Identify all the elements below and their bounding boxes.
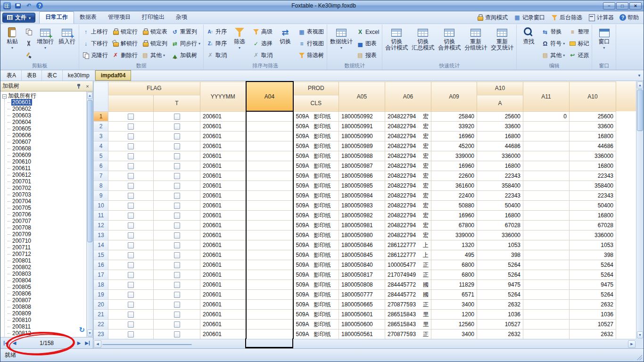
cell-flag[interactable] (154, 220, 200, 230)
cell-flag[interactable] (108, 230, 154, 240)
cell-flag[interactable] (154, 151, 200, 161)
cell-a10-a[interactable]: 1036 (477, 309, 523, 319)
cell-a09[interactable]: 3400 (431, 299, 477, 309)
flag-checkbox[interactable] (128, 252, 134, 258)
flag-checkbox[interactable] (174, 292, 180, 298)
close-button[interactable] (629, 2, 642, 9)
cell-a04-selected[interactable] (246, 270, 293, 280)
cell-prod-cls[interactable]: 509A影印纸 (293, 200, 339, 210)
cell-a05[interactable]: 1800050986 (339, 171, 385, 181)
cell-a05[interactable]: 1800050665 (339, 299, 385, 309)
row-number-cell[interactable]: 17 (94, 270, 108, 280)
flag-checkbox[interactable] (128, 302, 134, 308)
cell-yyyymm[interactable]: 200601 (200, 240, 246, 250)
cell-a09[interactable]: 25840 (431, 111, 477, 121)
cell-a10[interactable]: 16800 (570, 161, 616, 171)
cell-a11[interactable] (523, 210, 570, 220)
tree-item-200706[interactable]: 200706 (8, 211, 85, 218)
tree-item-200806[interactable]: 200806 (8, 290, 85, 297)
cell-a11[interactable] (523, 329, 570, 339)
cell-a09[interactable]: 33920 (431, 121, 477, 131)
sheet-tab-0[interactable]: 表A (1, 70, 22, 81)
cell-yyyymm[interactable]: 200601 (200, 121, 246, 131)
cell-a04-selected[interactable] (246, 319, 293, 329)
cell-a10[interactable]: 5264 (570, 260, 616, 270)
ribbon-button-g4-2-0-grid-stat[interactable]: 切换合并模式 (437, 25, 462, 62)
tree-item-200701[interactable]: 200701 (8, 178, 85, 185)
cell-a10-a[interactable]: 398 (477, 250, 523, 260)
cell-yyyymm[interactable]: 200601 (200, 260, 246, 270)
cell-a05[interactable]: 1800050601 (339, 309, 385, 319)
cell-a04-selected[interactable] (246, 151, 293, 161)
cell-a05[interactable]: 1800050845 (339, 250, 385, 260)
horizontal-scroll-thumb[interactable] (102, 344, 192, 345)
tree-item-200711[interactable]: 200711 (8, 244, 85, 251)
cell-a10[interactable]: 358400 (570, 181, 616, 190)
cell-a06[interactable]: 286122777上 (385, 240, 431, 250)
cell-prod-cls[interactable]: 509A影印纸 (293, 121, 339, 131)
pager-last-button[interactable]: ▶| (84, 340, 91, 346)
cell-yyyymm[interactable]: 200601 (200, 289, 246, 299)
cell-a11[interactable] (523, 309, 570, 319)
ribbon-button-g5-1-1-omega[interactable]: Ω符号▾ (540, 39, 566, 49)
cell-prod-cls[interactable]: 509A影印纸 (293, 319, 339, 329)
ribbon-button-g0-2-0-grid-add[interactable]: 增加行▾ (35, 25, 56, 62)
cell-flag[interactable] (108, 200, 154, 210)
cell-a09[interactable]: 6800 (431, 260, 477, 270)
cell-a04-selected[interactable] (246, 289, 293, 299)
tree-scroll-up-button[interactable] (87, 92, 92, 99)
cell-a10-a[interactable]: 16800 (477, 131, 523, 141)
cell-a09[interactable]: 6571 (431, 289, 477, 299)
cell-flag[interactable] (154, 141, 200, 151)
cell-a04-selected[interactable] (246, 131, 293, 141)
tree-item-200809[interactable]: 200809 (8, 310, 85, 317)
row-number-cell[interactable]: 4 (94, 141, 108, 151)
row-number-cell[interactable]: 14 (94, 240, 108, 250)
cell-prod-cls[interactable]: 509A影印纸 (293, 299, 339, 309)
cell-yyyymm[interactable]: 200601 (200, 171, 246, 181)
row-number-cell[interactable]: 23 (94, 329, 108, 339)
cell-a11[interactable] (523, 299, 570, 309)
close-panel-button[interactable]: × (84, 83, 91, 90)
cell-a06[interactable]: 286515843里 (385, 309, 431, 319)
cell-a10[interactable]: 44686 (570, 141, 616, 151)
vertical-scrollbar[interactable] (636, 81, 644, 339)
cell-yyyymm[interactable]: 200601 (200, 210, 246, 220)
cell-yyyymm[interactable]: 200601 (200, 280, 246, 289)
row-number-cell[interactable]: 8 (94, 181, 108, 190)
ribbon-tab-1[interactable]: 数据表 (74, 11, 102, 24)
cell-a09[interactable]: 16960 (431, 161, 477, 171)
cell-a05[interactable]: 1800050840 (339, 260, 385, 270)
pager-next-button[interactable]: ▶ (75, 340, 83, 346)
tree-item-200712[interactable]: 200712 (8, 251, 85, 257)
cell-flag[interactable] (154, 111, 200, 121)
flag-checkbox[interactable] (174, 213, 180, 219)
cell-a06[interactable]: 217074949正 (385, 270, 431, 280)
flag-checkbox[interactable] (174, 321, 180, 328)
ribbon-button-g4-3-0-grid-stat[interactable]: 重新分组统计 (463, 25, 488, 62)
cell-a06[interactable]: 204822794宏 (385, 210, 431, 220)
tree-item-root[interactable]: 加载所有行 (2, 92, 85, 99)
flag-checkbox[interactable] (128, 312, 134, 318)
cell-flag[interactable] (108, 299, 154, 309)
cell-prod-cls[interactable]: 509A影印纸 (293, 210, 339, 220)
cell-a11[interactable] (523, 151, 570, 161)
cell-prod-cls[interactable]: 509A影印纸 (293, 240, 339, 250)
cell-a09[interactable]: 45200 (431, 141, 477, 151)
cell-prod-cls[interactable]: 509A影印纸 (293, 190, 339, 200)
ribbon-tab-4[interactable]: 杂项 (170, 11, 193, 24)
cell-yyyymm[interactable]: 200601 (200, 161, 246, 171)
vertical-scroll-thumb[interactable] (637, 90, 643, 131)
cell-a06[interactable]: 270877593正 (385, 299, 431, 309)
row-number-cell[interactable]: 18 (94, 280, 108, 289)
flag-checkbox[interactable] (174, 193, 180, 199)
row-number-cell[interactable]: 13 (94, 230, 108, 240)
cell-a05[interactable]: 1800050777 (339, 289, 385, 299)
cell-flag[interactable] (108, 151, 154, 161)
cell-a06[interactable]: 284445772國 (385, 280, 431, 289)
ribbon-button-g2-3-0-switch[interactable]: ⇄切换 (275, 25, 296, 62)
cell-a10-a[interactable]: 9475 (477, 280, 523, 289)
cell-a04-selected[interactable] (246, 220, 293, 230)
scroll-up-button[interactable] (637, 82, 643, 89)
cell-a09[interactable]: 11829 (431, 280, 477, 289)
